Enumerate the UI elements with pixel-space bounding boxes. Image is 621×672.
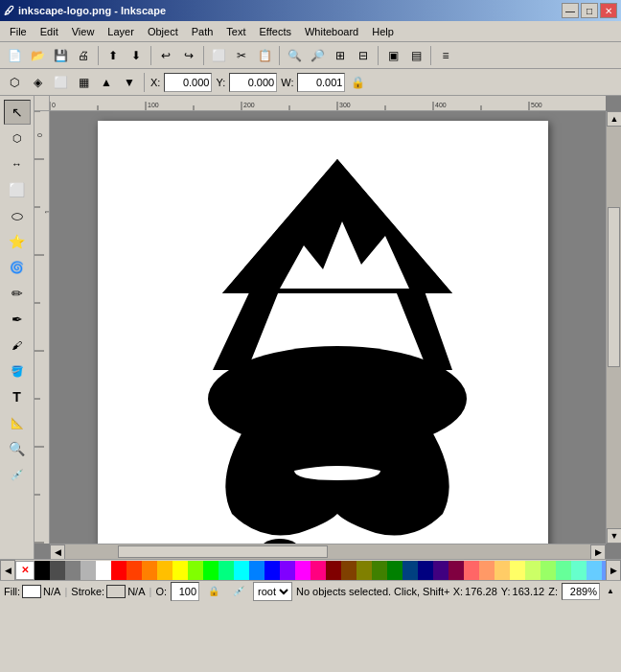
fill-tool[interactable]: 🪣 bbox=[4, 359, 31, 383]
palette-color-7[interactable] bbox=[142, 561, 157, 580]
close-button[interactable]: ✕ bbox=[600, 3, 617, 18]
palette-color-35[interactable] bbox=[571, 561, 586, 580]
transform-btn[interactable]: ⬡ bbox=[4, 72, 25, 93]
print-button[interactable]: 🖨 bbox=[73, 45, 94, 66]
save-button[interactable]: 💾 bbox=[50, 45, 71, 66]
palette-color-29[interactable] bbox=[479, 561, 494, 580]
zoom-spin-up[interactable]: ▲ bbox=[604, 587, 617, 596]
dropper-tool[interactable]: 💉 bbox=[4, 462, 31, 487]
raise-btn[interactable]: ▲ bbox=[96, 72, 117, 93]
palette-color-14[interactable] bbox=[249, 561, 264, 580]
copy-button[interactable]: ⬜ bbox=[208, 45, 229, 66]
zoom-page-button[interactable]: ⊟ bbox=[353, 45, 374, 66]
palette-color-17[interactable] bbox=[295, 561, 310, 580]
stroke-color-box[interactable] bbox=[106, 585, 126, 598]
palette-color-19[interactable] bbox=[326, 561, 341, 580]
palette-color-6[interactable] bbox=[126, 561, 142, 580]
drawing-canvas[interactable] bbox=[98, 121, 548, 544]
palette-color-20[interactable] bbox=[341, 561, 356, 580]
palette-color-5[interactable] bbox=[111, 561, 126, 580]
menu-item-object[interactable]: Object bbox=[142, 24, 184, 39]
scroll-left-button[interactable]: ◀ bbox=[50, 545, 65, 559]
y-input[interactable] bbox=[229, 73, 277, 92]
eyedropper-icon[interactable]: 💉 bbox=[228, 581, 249, 602]
select-same-btn[interactable]: ▦ bbox=[73, 72, 94, 93]
palette-color-2[interactable] bbox=[65, 561, 80, 580]
zoom-in-button[interactable]: 🔍 bbox=[284, 45, 305, 66]
new-button[interactable]: 📄 bbox=[4, 45, 25, 66]
maximize-button[interactable]: □ bbox=[581, 3, 598, 18]
scroll-down-button[interactable]: ▼ bbox=[607, 528, 621, 544]
palette-color-31[interactable] bbox=[510, 561, 525, 580]
lock-aspect-btn[interactable]: 🔒 bbox=[347, 72, 368, 93]
opacity-input[interactable] bbox=[171, 582, 199, 601]
palette-color-23[interactable] bbox=[387, 561, 402, 580]
x-input[interactable] bbox=[164, 73, 212, 92]
pen-tool[interactable]: ✒ bbox=[4, 307, 31, 332]
palette-color-30[interactable] bbox=[494, 561, 510, 580]
palette-color-36[interactable] bbox=[586, 561, 602, 580]
menu-item-effects[interactable]: Effects bbox=[254, 24, 297, 39]
spiral-tool[interactable]: 🌀 bbox=[4, 255, 31, 280]
canvas-area[interactable]: 0 100 200 300 400 500 bbox=[34, 96, 621, 559]
palette-scroll-right[interactable]: ▶ bbox=[606, 560, 621, 581]
scroll-thumb-horizontal[interactable] bbox=[118, 545, 328, 558]
palette-color-1[interactable] bbox=[50, 561, 65, 580]
zoom-view-tool[interactable]: 🔍 bbox=[4, 436, 31, 461]
scroll-up-button[interactable]: ▲ bbox=[607, 111, 621, 127]
palette-color-34[interactable] bbox=[556, 561, 571, 580]
palette-color-33[interactable] bbox=[540, 561, 556, 580]
select-tool[interactable]: ↖ bbox=[4, 100, 31, 125]
palette-color-13[interactable] bbox=[234, 561, 249, 580]
open-button[interactable]: 📂 bbox=[27, 45, 48, 66]
scroll-track-vertical[interactable] bbox=[607, 127, 621, 528]
rect-tool[interactable]: ⬜ bbox=[4, 177, 31, 202]
palette-color-9[interactable] bbox=[172, 561, 188, 580]
lower-btn[interactable]: ▼ bbox=[119, 72, 140, 93]
text-tool[interactable]: T bbox=[4, 384, 31, 409]
import-button[interactable]: ⬆ bbox=[103, 45, 124, 66]
palette-color-15[interactable] bbox=[264, 561, 280, 580]
palette-color-26[interactable] bbox=[433, 561, 448, 580]
scrollbar-right[interactable]: ▲ ▼ bbox=[606, 111, 621, 544]
group-button[interactable]: ▣ bbox=[382, 45, 403, 66]
ungroup-button[interactable]: ▤ bbox=[405, 45, 426, 66]
menu-item-edit[interactable]: Edit bbox=[34, 24, 64, 39]
palette-color-12[interactable] bbox=[218, 561, 234, 580]
palette-color-24[interactable] bbox=[402, 561, 418, 580]
canvas-scroll-area[interactable] bbox=[50, 111, 606, 544]
palette-color-18[interactable] bbox=[310, 561, 326, 580]
scroll-thumb-vertical[interactable] bbox=[608, 207, 620, 368]
palette-color-32[interactable] bbox=[525, 561, 540, 580]
palette-color-22[interactable] bbox=[372, 561, 387, 580]
menu-item-help[interactable]: Help bbox=[366, 24, 400, 39]
zoom-input[interactable] bbox=[562, 583, 600, 600]
scroll-right-button[interactable]: ▶ bbox=[590, 545, 606, 559]
palette-color-27[interactable] bbox=[448, 561, 464, 580]
ellipse-tool[interactable]: ⬭ bbox=[4, 203, 31, 228]
layer-select[interactable]: root bbox=[253, 582, 292, 601]
palette-color-25[interactable] bbox=[418, 561, 433, 580]
palette-color-3[interactable] bbox=[80, 561, 96, 580]
menu-item-file[interactable]: File bbox=[4, 24, 33, 39]
menu-item-whiteboard[interactable]: Whiteboard bbox=[299, 24, 364, 39]
palette-color-16[interactable] bbox=[280, 561, 295, 580]
menu-item-view[interactable]: View bbox=[66, 24, 101, 39]
lock-icon[interactable]: 🔒 bbox=[203, 581, 224, 602]
align-button[interactable]: ≡ bbox=[435, 45, 456, 66]
scrollbar-bottom[interactable]: ◀ ▶ bbox=[50, 544, 606, 559]
palette-color-10[interactable] bbox=[188, 561, 203, 580]
export-button[interactable]: ⬇ bbox=[126, 45, 147, 66]
palette-color-11[interactable] bbox=[203, 561, 218, 580]
star-tool[interactable]: ⭐ bbox=[4, 229, 31, 254]
calligraphy-tool[interactable]: 🖌 bbox=[4, 333, 31, 358]
paste-button[interactable]: 📋 bbox=[254, 45, 275, 66]
zoom-fit-button[interactable]: ⊞ bbox=[330, 45, 351, 66]
palette-color-21[interactable] bbox=[356, 561, 372, 580]
palette-color-0[interactable] bbox=[34, 561, 50, 580]
zoom-out-button[interactable]: 🔎 bbox=[307, 45, 328, 66]
cut-button[interactable]: ✂ bbox=[231, 45, 252, 66]
minimize-button[interactable]: — bbox=[562, 3, 579, 18]
fill-color-box[interactable] bbox=[22, 585, 41, 598]
palette-color-8[interactable] bbox=[157, 561, 172, 580]
